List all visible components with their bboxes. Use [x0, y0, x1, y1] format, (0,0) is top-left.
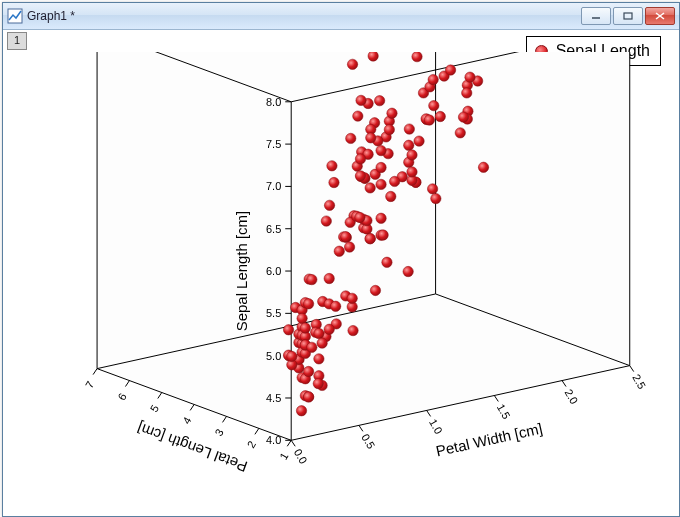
- svg-line-38: [287, 440, 291, 446]
- svg-point-198: [283, 325, 293, 335]
- svg-point-95: [347, 59, 357, 69]
- svg-text:7: 7: [83, 379, 96, 390]
- svg-line-48: [125, 381, 129, 387]
- svg-text:0.5: 0.5: [359, 432, 377, 451]
- svg-text:2.5: 2.5: [630, 372, 648, 391]
- svg-text:1.0: 1.0: [427, 417, 445, 436]
- svg-point-155: [321, 216, 331, 226]
- svg-text:6: 6: [115, 391, 128, 402]
- svg-point-117: [407, 167, 417, 177]
- svg-point-79: [429, 100, 439, 110]
- svg-text:1.5: 1.5: [495, 402, 513, 421]
- svg-point-216: [313, 378, 323, 388]
- svg-point-168: [348, 325, 358, 335]
- svg-point-105: [327, 161, 337, 171]
- svg-point-135: [329, 177, 339, 187]
- close-button[interactable]: [645, 7, 675, 25]
- svg-point-214: [307, 342, 317, 352]
- svg-point-78: [412, 52, 422, 62]
- window-title: Graph1 *: [27, 9, 581, 23]
- svg-line-42: [223, 416, 227, 422]
- svg-point-165: [347, 293, 357, 303]
- svg-text:4: 4: [180, 415, 193, 426]
- svg-text:4.0: 4.0: [266, 434, 281, 446]
- svg-text:6.0: 6.0: [266, 265, 281, 277]
- svg-point-111: [404, 140, 414, 150]
- svg-point-166: [370, 285, 380, 295]
- svg-text:5: 5: [148, 403, 161, 414]
- svg-point-208: [303, 299, 313, 309]
- svg-point-97: [465, 72, 475, 82]
- svg-point-129: [376, 145, 386, 155]
- svg-point-143: [355, 154, 365, 164]
- svg-point-157: [324, 200, 334, 210]
- svg-point-94: [462, 88, 472, 98]
- svg-point-210: [303, 392, 313, 402]
- svg-point-153: [365, 234, 375, 244]
- svg-point-151: [382, 257, 392, 267]
- svg-line-46: [158, 393, 162, 399]
- svg-text:0.0: 0.0: [292, 447, 310, 466]
- svg-text:7.5: 7.5: [266, 138, 281, 150]
- svg-text:5.0: 5.0: [266, 350, 281, 362]
- svg-line-62: [630, 366, 634, 372]
- svg-point-193: [314, 354, 324, 364]
- layer-tab[interactable]: 1: [7, 32, 27, 50]
- svg-point-136: [346, 133, 356, 143]
- svg-point-207: [303, 366, 313, 376]
- svg-point-203: [300, 323, 310, 333]
- svg-text:Petal Width [cm]: Petal Width [cm]: [434, 419, 544, 459]
- svg-point-131: [376, 162, 386, 172]
- svg-point-174: [324, 273, 334, 283]
- svg-point-161: [334, 246, 344, 256]
- svg-point-91: [458, 112, 468, 122]
- svg-point-124: [353, 111, 363, 121]
- svg-point-175: [324, 324, 334, 334]
- window-controls: [581, 7, 675, 25]
- svg-point-107: [431, 193, 441, 203]
- svg-text:2.0: 2.0: [562, 387, 580, 406]
- svg-point-101: [404, 124, 414, 134]
- svg-point-140: [386, 191, 396, 201]
- svg-point-108: [414, 136, 424, 146]
- maximize-button[interactable]: [613, 7, 643, 25]
- titlebar[interactable]: Graph1 *: [3, 3, 679, 30]
- svg-rect-2: [624, 13, 632, 19]
- svg-point-215: [296, 406, 306, 416]
- svg-text:2: 2: [245, 439, 258, 450]
- svg-line-58: [494, 396, 498, 402]
- svg-point-89: [374, 96, 384, 106]
- svg-point-213: [307, 274, 317, 284]
- svg-point-99: [384, 124, 394, 134]
- svg-point-125: [356, 95, 366, 105]
- svg-text:Petal Length [cm]: Petal Length [cm]: [135, 419, 250, 475]
- svg-line-50: [93, 369, 97, 375]
- svg-text:1: 1: [277, 451, 290, 462]
- svg-point-194: [297, 313, 307, 323]
- chart-3d[interactable]: 4.04.55.05.56.06.57.07.58.012345670.00.5…: [11, 52, 671, 510]
- svg-line-56: [427, 410, 431, 416]
- svg-line-60: [562, 381, 566, 387]
- graph-window: Graph1 * 1 Sepal Length: [2, 2, 680, 517]
- svg-point-144: [355, 171, 365, 181]
- svg-line-40: [255, 428, 259, 434]
- svg-point-92: [478, 162, 488, 172]
- svg-line-54: [359, 425, 363, 431]
- svg-line-52: [291, 440, 295, 446]
- app-icon: [7, 8, 23, 24]
- svg-text:4.5: 4.5: [266, 392, 281, 404]
- svg-text:6.5: 6.5: [266, 223, 281, 235]
- svg-point-152: [365, 183, 375, 193]
- svg-point-87: [455, 128, 465, 138]
- svg-point-156: [355, 212, 365, 222]
- svg-point-102: [424, 115, 434, 125]
- svg-text:5.5: 5.5: [266, 307, 281, 319]
- svg-point-163: [341, 232, 351, 242]
- svg-point-195: [317, 338, 327, 348]
- svg-point-110: [387, 108, 397, 118]
- svg-point-86: [435, 111, 445, 121]
- svg-point-184: [330, 301, 340, 311]
- svg-line-44: [190, 404, 194, 410]
- minimize-button[interactable]: [581, 7, 611, 25]
- svg-text:7.0: 7.0: [266, 180, 281, 192]
